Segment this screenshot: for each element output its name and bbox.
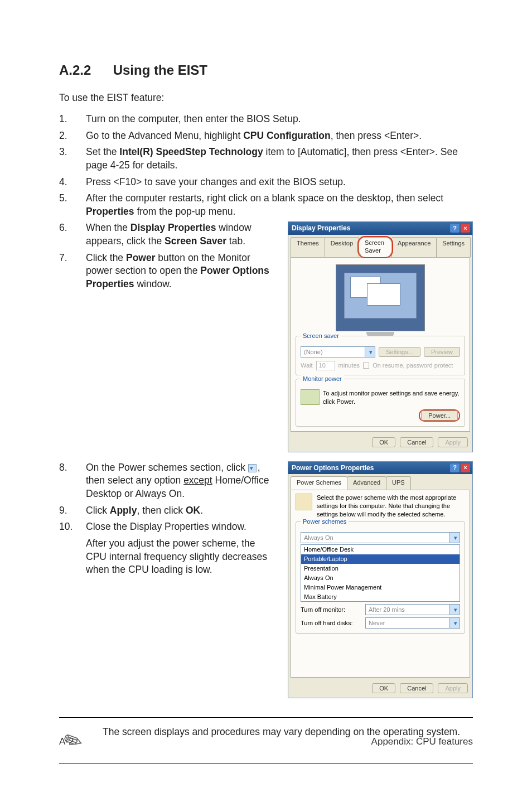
page-footer: A-2 Appendix: CPU features [59, 736, 473, 747]
ok-button[interactable]: OK [372, 437, 395, 447]
section-title-text: Using the EIST [113, 62, 207, 78]
step-5: 5. After the computer restarts, right cl… [59, 192, 473, 218]
tab-advanced[interactable]: Advanced [347, 476, 386, 490]
monitor-power-group: Monitor power To adjust monitor power se… [296, 379, 465, 427]
turn-off-monitor-label: Turn off monitor: [301, 606, 362, 614]
group-legend: Monitor power [301, 375, 344, 383]
close-icon[interactable]: × [461, 224, 470, 233]
list-item[interactable]: Minimal Power Management [301, 583, 460, 592]
intro-text: To use the EIST feature: [59, 91, 473, 105]
step-number: 7. [59, 252, 86, 291]
help-icon[interactable]: ? [450, 224, 460, 233]
step-10: 10. Close the Display Properties window.… [59, 520, 277, 577]
settings-button[interactable]: Settings... [379, 347, 420, 357]
step-number: 9. [59, 504, 86, 518]
footer-title: Appendix: CPU features [371, 736, 473, 747]
power-scheme-select[interactable]: Always On [301, 532, 460, 543]
step-number: 5. [59, 192, 86, 218]
tab-desktop[interactable]: Desktop [325, 237, 359, 258]
step-3: 3. Set the Intel(R) SpeedStep Technology… [59, 146, 473, 172]
step-4: 4. Press <F10> to save your changes and … [59, 176, 473, 189]
power-button[interactable]: Power... [421, 410, 458, 421]
apply-button[interactable]: Apply [438, 683, 468, 693]
list-item[interactable]: Max Battery [301, 592, 460, 602]
monitor-preview [336, 264, 425, 331]
tab-settings[interactable]: Settings [436, 237, 471, 258]
step-body: When the Display Properties window appea… [86, 221, 277, 248]
step-body: Click Apply, then click OK. [86, 504, 277, 518]
step-6: 6. When the Display Properties window ap… [59, 221, 277, 248]
cancel-button[interactable]: Cancel [400, 437, 433, 447]
section-number: A.2.2 [59, 61, 109, 79]
group-legend: Screen saver [301, 332, 341, 340]
preview-button[interactable]: Preview [424, 347, 460, 357]
tab-screen-saver[interactable]: Screen Saver [359, 237, 392, 258]
tab-strip: Power Schemes Advanced UPS [288, 474, 472, 490]
step-number: 8. [59, 461, 86, 501]
display-properties-dialog: Display Properties ? × Themes Desktop Sc… [288, 221, 473, 452]
screen-saver-select[interactable]: (None) [301, 346, 375, 357]
scheme-description: Select the power scheme with the most ap… [317, 494, 465, 519]
monitor-power-text: To adjust monitor power settings and sav… [323, 389, 460, 406]
page-number: A-2 [59, 736, 74, 747]
tab-power-schemes[interactable]: Power Schemes [291, 476, 347, 490]
resume-label: On resume, password protect [373, 361, 453, 370]
screen-saver-group: Screen saver (None) Settings... Preview … [296, 336, 465, 375]
step-number: 2. [59, 129, 86, 143]
dropdown-arrow-icon [248, 464, 257, 472]
tab-strip: Themes Desktop Screen Saver Appearance S… [288, 235, 472, 258]
step-number: 4. [59, 176, 86, 189]
turn-off-disks-select[interactable]: Never [365, 617, 460, 629]
step-body: Close the Display Properties window. Aft… [86, 520, 277, 577]
step-body: Set the Intel(R) SpeedStep Technology it… [86, 146, 473, 172]
step-body: Click the Power button on the Monitor po… [86, 252, 277, 291]
resume-checkbox[interactable] [363, 363, 369, 369]
step-body: Press <F10> to save your changes and exi… [86, 176, 473, 189]
step-8: 8. On the Power schemes section, click ,… [59, 461, 277, 501]
power-options-dialog: Power Options Properties ? × Power Schem… [288, 461, 473, 699]
tab-ups[interactable]: UPS [386, 476, 411, 490]
list-item[interactable]: Home/Office Desk [301, 545, 460, 554]
step-body: After the computer restarts, right click… [86, 192, 473, 218]
step-number: 1. [59, 113, 86, 126]
step-7: 7. Click the Power button on the Monitor… [59, 252, 277, 291]
turn-off-monitor-select[interactable]: After 20 mins [365, 604, 460, 615]
list-item[interactable]: Presentation [301, 564, 460, 573]
titlebar[interactable]: Power Options Properties ? × [288, 462, 472, 474]
step-1: 1. Turn on the computer, then enter the … [59, 113, 473, 126]
tab-themes[interactable]: Themes [291, 237, 325, 258]
dialog-title: Display Properties [292, 224, 350, 233]
apply-button[interactable]: Apply [438, 437, 468, 447]
step-body: Turn on the computer, then enter the BIO… [86, 113, 473, 126]
wait-label: Wait [301, 361, 313, 370]
step-body: On the Power schemes section, click , th… [86, 461, 277, 501]
step-9: 9. Click Apply, then click OK. [59, 504, 277, 518]
battery-icon [296, 494, 312, 510]
wait-unit: minutes [338, 361, 360, 370]
energy-star-icon [301, 389, 320, 405]
titlebar[interactable]: Display Properties ? × [288, 222, 472, 234]
close-icon[interactable]: × [461, 463, 470, 472]
list-item[interactable]: Always On [301, 573, 460, 583]
tab-appearance[interactable]: Appearance [391, 237, 437, 258]
power-scheme-options[interactable]: Home/Office Desk Portable/Laptop Present… [301, 544, 460, 602]
step-number: 10. [59, 520, 86, 577]
section-heading: A.2.2 Using the EIST [59, 61, 473, 79]
turn-off-disks-label: Turn off hard disks: [301, 619, 362, 627]
step-2: 2. Go to the Advanced Menu, highlight CP… [59, 129, 473, 143]
step-number: 6. [59, 221, 86, 248]
list-item[interactable]: Portable/Laptop [301, 554, 460, 564]
dialog-title: Power Options Properties [292, 463, 374, 472]
group-legend: Power schemes [301, 518, 349, 526]
help-icon[interactable]: ? [450, 463, 460, 472]
step-number: 3. [59, 146, 86, 172]
ok-button[interactable]: OK [372, 683, 395, 693]
power-schemes-group: Power schemes Always On Home/Office Desk… [296, 521, 465, 634]
cancel-button[interactable]: Cancel [400, 683, 433, 693]
wait-spinner[interactable]: 10 [316, 361, 335, 370]
step-body: Go to the Advanced Menu, highlight CPU C… [86, 129, 473, 143]
